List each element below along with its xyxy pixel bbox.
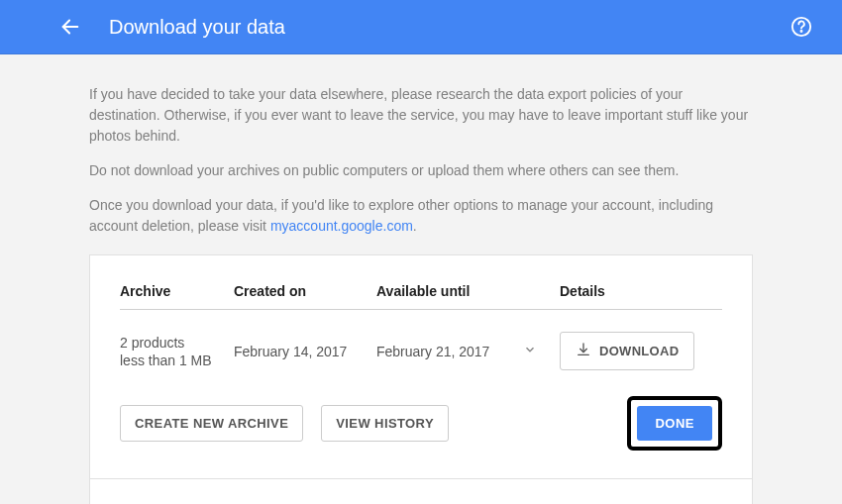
- svg-point-2: [800, 31, 801, 32]
- download-button[interactable]: DOWNLOAD: [560, 332, 694, 370]
- done-highlight: DONE: [627, 396, 722, 451]
- td-created: February 14, 2017: [234, 344, 376, 359]
- note-section: Note: Your content from Google Play Musi…: [89, 479, 753, 504]
- create-archive-button[interactable]: CREATE NEW ARCHIVE: [120, 405, 303, 442]
- back-arrow-icon[interactable]: [59, 16, 81, 38]
- available-date: February 21, 2017: [376, 344, 489, 359]
- main-content: If you have decided to take your data el…: [0, 54, 842, 504]
- table-row: 2 products less than 1 MB February 14, 2…: [120, 310, 722, 396]
- download-label: DOWNLOAD: [599, 344, 679, 358]
- intro-p3-text-b: .: [413, 218, 417, 234]
- archives-card: Archive Created on Available until Detai…: [89, 254, 753, 479]
- th-created: Created on: [234, 283, 376, 299]
- intro-paragraph-2: Do not download your archives on public …: [89, 160, 753, 181]
- th-archive: Archive: [120, 283, 234, 299]
- td-available: February 21, 2017: [376, 343, 560, 359]
- done-button[interactable]: DONE: [637, 406, 712, 441]
- intro-paragraph-1: If you have decided to take your data el…: [89, 84, 753, 147]
- archive-products: 2 products: [120, 335, 234, 351]
- download-icon: [576, 342, 591, 360]
- th-details: Details: [560, 283, 722, 299]
- help-icon[interactable]: [790, 16, 812, 38]
- table-header-row: Archive Created on Available until Detai…: [120, 283, 722, 310]
- actions-row: CREATE NEW ARCHIVE VIEW HISTORY DONE: [120, 396, 722, 460]
- chevron-down-icon[interactable]: [523, 343, 537, 356]
- td-details: DOWNLOAD: [560, 332, 722, 370]
- view-history-button[interactable]: VIEW HISTORY: [321, 405, 449, 442]
- archive-size: less than 1 MB: [120, 353, 234, 368]
- th-available: Available until: [376, 283, 560, 299]
- page-title: Download your data: [109, 16, 285, 39]
- td-archive: 2 products less than 1 MB: [120, 335, 234, 368]
- intro-paragraph-3: Once you download your data, if you'd li…: [89, 195, 753, 237]
- app-header: Download your data: [0, 0, 842, 54]
- myaccount-link[interactable]: myaccount.google.com: [270, 218, 413, 234]
